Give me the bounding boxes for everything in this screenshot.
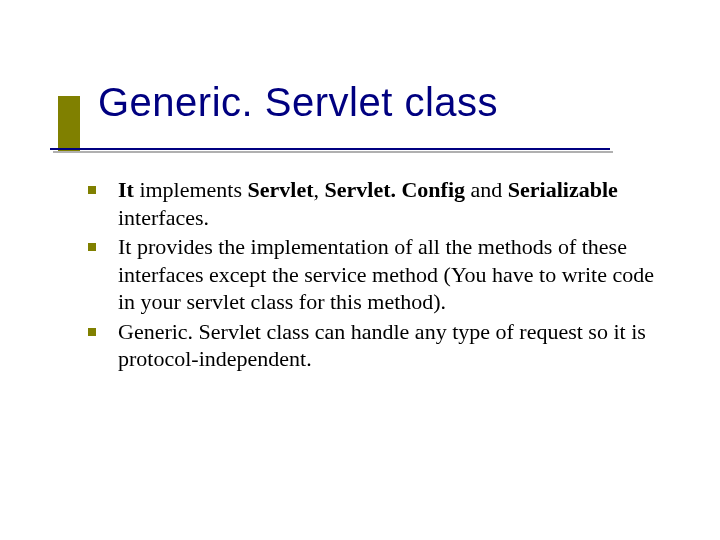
bullet-icon	[88, 186, 96, 194]
slide-body: It implements Servlet, Servlet. Config a…	[88, 176, 670, 375]
list-item: Generic. Servlet class can handle any ty…	[88, 318, 670, 373]
list-item-text: Generic. Servlet class can handle any ty…	[118, 319, 646, 372]
list-item: It provides the implementation of all th…	[88, 233, 670, 316]
list-item-text: It implements Servlet, Servlet. Config a…	[118, 177, 618, 230]
list-item: It implements Servlet, Servlet. Config a…	[88, 176, 670, 231]
bullet-icon	[88, 243, 96, 251]
title-underline-shadow	[53, 151, 613, 153]
title-underline	[50, 148, 610, 150]
title-accent-bar	[58, 96, 80, 152]
slide-title: Generic. Servlet class	[98, 80, 498, 125]
list-item-text: It provides the implementation of all th…	[118, 234, 654, 314]
bullet-icon	[88, 328, 96, 336]
slide: Generic. Servlet class It implements Ser…	[0, 0, 720, 540]
